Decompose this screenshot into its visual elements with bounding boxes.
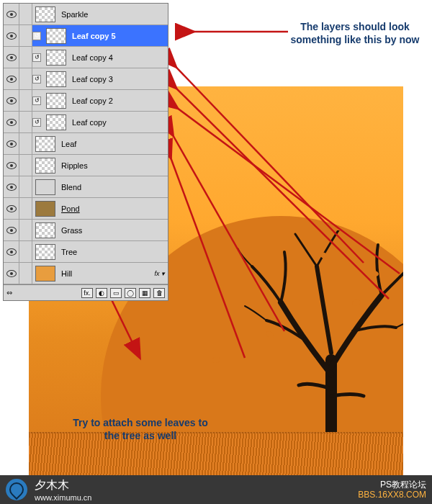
link-icon: ↺ [32,32,41,40]
visibility-toggle[interactable] [4,68,19,89]
panel-footer-button-0[interactable]: fx. [81,288,93,298]
layer-thumbnail[interactable] [46,114,66,130]
svg-point-3 [265,330,275,340]
layer-thumbnail[interactable] [35,266,55,282]
visibility-toggle[interactable] [4,176,19,197]
layer-row-sparkle[interactable]: Sparkle [4,4,168,25]
eye-icon [6,270,17,277]
layer-thumbnail[interactable] [35,201,55,217]
visibility-toggle[interactable] [4,133,19,154]
svg-point-2 [369,270,379,277]
layer-thumbnail[interactable] [35,179,55,195]
lock-column [19,4,32,24]
layer-name-label[interactable]: Tree [58,248,146,256]
layer-name-label[interactable]: Leaf copy 4 [69,53,146,62]
lock-column [19,198,32,219]
eye-icon [6,119,17,126]
lock-column [19,112,32,132]
layer-row-leaf-copy-5[interactable]: ↺Leaf copy 5 [4,25,168,47]
visibility-toggle[interactable] [4,47,19,68]
layer-thumbnail[interactable] [35,6,55,22]
eye-icon [6,184,17,191]
visibility-toggle[interactable] [4,25,19,46]
logo-icon [6,479,27,500]
annotation-top: The layers should look something like th… [287,20,423,46]
link-icon: ↺ [32,75,41,84]
layer-name-label[interactable]: Leaf copy 5 [69,32,146,40]
eye-icon [6,205,17,212]
layer-row-ripples[interactable]: Ripples [4,155,168,176]
layer-thumbnail[interactable] [35,244,55,260]
layer-thumbnail[interactable] [46,28,66,44]
fx-indicator: fx ▾ [146,270,168,277]
layers-panel-footer: ⇔ fx.◐▭◯▦🗑 [4,284,168,300]
visibility-toggle[interactable] [4,220,19,240]
eye-icon [6,248,17,256]
layer-name-label[interactable]: Pond [58,204,146,213]
visibility-toggle[interactable] [4,4,19,24]
panel-footer-button-2[interactable]: ▭ [110,288,122,298]
eye-icon [6,11,17,18]
svg-point-5 [125,341,135,350]
layer-name-label[interactable]: Grass [58,226,146,235]
layer-row-pond[interactable]: Pond [4,198,168,220]
layer-row-leaf-copy[interactable]: ↺Leaf copy [4,112,168,133]
lock-column [19,155,32,176]
layer-name-label[interactable]: Leaf [58,140,146,148]
panel-footer-button-3[interactable]: ◯ [125,288,136,298]
eye-icon [6,76,17,83]
layer-row-leaf[interactable]: Leaf [4,133,168,155]
lock-column [19,263,32,284]
visibility-toggle[interactable] [4,263,19,284]
svg-point-4 [211,356,220,364]
link-icon: ↺ [32,53,41,62]
layer-name-label[interactable]: Leaf copy [69,118,146,127]
watermark-footer: 夕木木 www.ximumu.cn PS教程论坛 BBS.16XX8.COM [0,475,432,504]
layer-row-tree[interactable]: Tree [4,241,168,263]
watermark-right-2: BBS.16XX8.COM [358,490,426,500]
layer-name-label[interactable]: Blend [58,183,146,192]
lock-column [19,47,32,68]
lock-column [19,133,32,154]
layer-row-grass[interactable]: Grass [4,220,168,241]
eye-icon [6,54,17,61]
watermark-url: www.ximumu.cn [35,493,91,502]
lock-column [19,220,32,240]
layer-name-label[interactable]: Ripples [58,161,146,170]
layer-thumbnail[interactable] [35,158,55,174]
lock-column [19,68,32,89]
layer-row-leaf-copy-3[interactable]: ↺Leaf copy 3 [4,68,168,90]
visibility-toggle[interactable] [4,112,19,132]
lock-column [19,90,32,111]
layer-name-label[interactable]: Leaf copy 3 [69,75,146,84]
eye-icon [6,140,17,148]
layer-thumbnail[interactable] [46,93,66,109]
visibility-toggle[interactable] [4,241,19,262]
layer-thumbnail[interactable] [46,71,66,87]
panel-footer-button-5[interactable]: 🗑 [153,288,165,298]
layer-thumbnail[interactable] [35,222,55,238]
layer-row-leaf-copy-2[interactable]: ↺Leaf copy 2 [4,90,168,112]
visibility-toggle[interactable] [4,90,19,111]
layer-thumbnail[interactable] [46,50,66,66]
lock-column [19,176,32,197]
visibility-toggle[interactable] [4,198,19,219]
annotation-bottom: Try to attach some leaves to the tree as… [65,416,216,442]
layer-row-blend[interactable]: Blend [4,176,168,198]
layer-row-hill[interactable]: Hillfx ▾ [4,263,168,284]
link-icon: ↺ [32,96,41,105]
panel-footer-button-1[interactable]: ◐ [96,288,107,298]
layer-name-label[interactable]: Hill [58,269,146,278]
watermark-right-1: PS教程论坛 [358,480,426,490]
svg-point-0 [319,251,329,261]
panel-footer-button-4[interactable]: ▦ [139,288,150,298]
eye-icon [6,227,17,234]
visibility-toggle[interactable] [4,155,19,176]
layer-row-leaf-copy-4[interactable]: ↺Leaf copy 4 [4,47,168,68]
eye-icon [6,32,17,40]
layer-name-label[interactable]: Leaf copy 2 [69,96,146,105]
lock-column [19,25,32,46]
layer-name-label[interactable]: Sparkle [58,10,146,19]
layer-thumbnail[interactable] [35,136,55,152]
eye-icon [6,97,17,104]
